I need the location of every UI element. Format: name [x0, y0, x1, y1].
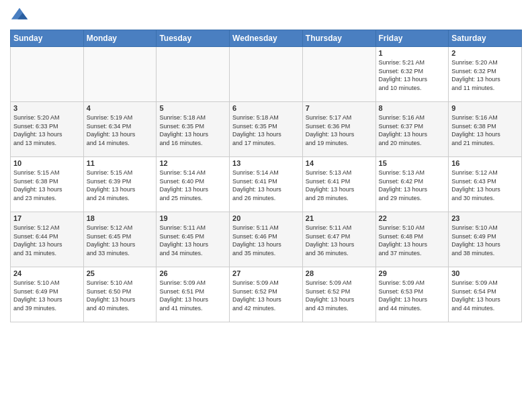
- day-number: 21: [306, 214, 373, 222]
- calendar-cell: 25Sunrise: 5:10 AM Sunset: 6:50 PM Dayli…: [83, 267, 157, 322]
- day-info: Sunrise: 5:12 AM Sunset: 6:45 PM Dayligh…: [87, 224, 154, 257]
- day-info: Sunrise: 5:20 AM Sunset: 6:33 PM Dayligh…: [13, 113, 81, 147]
- day-info: Sunrise: 5:12 AM Sunset: 6:44 PM Dayligh…: [13, 224, 81, 257]
- calendar-cell: 30Sunrise: 5:09 AM Sunset: 6:54 PM Dayli…: [449, 267, 522, 322]
- day-number: 11: [87, 159, 154, 167]
- calendar-cell: 3Sunrise: 5:20 AM Sunset: 6:33 PM Daylig…: [11, 102, 84, 157]
- calendar-cell: 27Sunrise: 5:09 AM Sunset: 6:52 PM Dayli…: [230, 267, 303, 322]
- day-number: 25: [87, 269, 154, 277]
- calendar-week-row: 17Sunrise: 5:12 AM Sunset: 6:44 PM Dayli…: [11, 212, 522, 267]
- calendar-header-tuesday: Tuesday: [157, 30, 230, 47]
- day-number: 27: [232, 269, 300, 277]
- calendar-cell: 24Sunrise: 5:10 AM Sunset: 6:49 PM Dayli…: [11, 267, 84, 322]
- day-info: Sunrise: 5:18 AM Sunset: 6:35 PM Dayligh…: [159, 113, 226, 147]
- day-info: Sunrise: 5:17 AM Sunset: 6:36 PM Dayligh…: [306, 113, 373, 147]
- calendar-cell: 26Sunrise: 5:09 AM Sunset: 6:51 PM Dayli…: [157, 267, 230, 322]
- calendar-cell: 12Sunrise: 5:14 AM Sunset: 6:40 PM Dayli…: [157, 157, 230, 212]
- day-number: 3: [13, 104, 81, 112]
- day-info: Sunrise: 5:19 AM Sunset: 6:34 PM Dayligh…: [87, 113, 154, 147]
- calendar-header-wednesday: Wednesday: [230, 30, 303, 47]
- calendar-cell: 20Sunrise: 5:11 AM Sunset: 6:46 PM Dayli…: [230, 212, 303, 267]
- day-info: Sunrise: 5:10 AM Sunset: 6:50 PM Dayligh…: [87, 279, 154, 312]
- day-info: Sunrise: 5:11 AM Sunset: 6:46 PM Dayligh…: [232, 224, 300, 257]
- day-number: 29: [379, 269, 446, 277]
- calendar-cell: 21Sunrise: 5:11 AM Sunset: 6:47 PM Dayli…: [302, 212, 375, 267]
- day-number: 16: [451, 159, 519, 167]
- day-number: 13: [232, 159, 300, 167]
- calendar-cell: 2Sunrise: 5:20 AM Sunset: 6:32 PM Daylig…: [449, 47, 522, 102]
- calendar-cell: 1Sunrise: 5:21 AM Sunset: 6:32 PM Daylig…: [375, 47, 449, 102]
- calendar-cell: 28Sunrise: 5:09 AM Sunset: 6:52 PM Dayli…: [302, 267, 375, 322]
- day-number: 26: [159, 269, 226, 277]
- day-number: 17: [13, 214, 81, 222]
- day-number: 14: [306, 159, 373, 167]
- day-number: 4: [87, 104, 154, 112]
- day-info: Sunrise: 5:18 AM Sunset: 6:35 PM Dayligh…: [232, 113, 300, 147]
- calendar-cell: [230, 47, 303, 102]
- calendar-cell: 11Sunrise: 5:15 AM Sunset: 6:39 PM Dayli…: [83, 157, 157, 212]
- day-number: 22: [379, 214, 446, 222]
- logo-icon: [10, 7, 29, 26]
- calendar-cell: [302, 47, 375, 102]
- page-container: SundayMondayTuesdayWednesdayThursdayFrid…: [0, 0, 532, 411]
- day-number: 1: [379, 49, 446, 57]
- calendar-week-row: 24Sunrise: 5:10 AM Sunset: 6:49 PM Dayli…: [11, 267, 522, 322]
- day-number: 9: [451, 104, 519, 112]
- calendar-cell: 8Sunrise: 5:16 AM Sunset: 6:37 PM Daylig…: [375, 102, 449, 157]
- day-info: Sunrise: 5:15 AM Sunset: 6:38 PM Dayligh…: [13, 169, 81, 202]
- day-number: 2: [451, 49, 519, 57]
- day-number: 5: [159, 104, 226, 112]
- day-info: Sunrise: 5:13 AM Sunset: 6:42 PM Dayligh…: [379, 169, 446, 202]
- day-number: 8: [379, 104, 446, 112]
- day-info: Sunrise: 5:16 AM Sunset: 6:38 PM Dayligh…: [451, 113, 519, 147]
- calendar-cell: 15Sunrise: 5:13 AM Sunset: 6:42 PM Dayli…: [375, 157, 449, 212]
- calendar-header-thursday: Thursday: [302, 30, 375, 47]
- header: [10, 7, 522, 26]
- calendar-cell: [11, 47, 84, 102]
- day-info: Sunrise: 5:09 AM Sunset: 6:54 PM Dayligh…: [451, 279, 519, 312]
- logo: [10, 7, 32, 26]
- day-info: Sunrise: 5:15 AM Sunset: 6:39 PM Dayligh…: [87, 169, 154, 202]
- day-number: 6: [232, 104, 300, 112]
- calendar-cell: [83, 47, 157, 102]
- calendar-week-row: 1Sunrise: 5:21 AM Sunset: 6:32 PM Daylig…: [11, 47, 522, 102]
- day-number: 12: [159, 159, 226, 167]
- calendar-cell: 17Sunrise: 5:12 AM Sunset: 6:44 PM Dayli…: [11, 212, 84, 267]
- calendar-week-row: 10Sunrise: 5:15 AM Sunset: 6:38 PM Dayli…: [11, 157, 522, 212]
- calendar-cell: 13Sunrise: 5:14 AM Sunset: 6:41 PM Dayli…: [230, 157, 303, 212]
- day-number: 30: [451, 269, 519, 277]
- day-info: Sunrise: 5:12 AM Sunset: 6:43 PM Dayligh…: [451, 169, 519, 202]
- calendar-cell: 6Sunrise: 5:18 AM Sunset: 6:35 PM Daylig…: [230, 102, 303, 157]
- day-info: Sunrise: 5:09 AM Sunset: 6:51 PM Dayligh…: [159, 279, 226, 312]
- day-info: Sunrise: 5:20 AM Sunset: 6:32 PM Dayligh…: [451, 58, 519, 92]
- day-info: Sunrise: 5:09 AM Sunset: 6:52 PM Dayligh…: [232, 279, 300, 312]
- calendar-cell: 10Sunrise: 5:15 AM Sunset: 6:38 PM Dayli…: [11, 157, 84, 212]
- calendar-header-saturday: Saturday: [449, 30, 522, 47]
- day-info: Sunrise: 5:14 AM Sunset: 6:40 PM Dayligh…: [159, 169, 226, 202]
- calendar-cell: 22Sunrise: 5:10 AM Sunset: 6:48 PM Dayli…: [375, 212, 449, 267]
- calendar-cell: 5Sunrise: 5:18 AM Sunset: 6:35 PM Daylig…: [157, 102, 230, 157]
- day-number: 28: [306, 269, 373, 277]
- day-number: 23: [451, 214, 519, 222]
- calendar-cell: 14Sunrise: 5:13 AM Sunset: 6:41 PM Dayli…: [302, 157, 375, 212]
- day-number: 10: [13, 159, 81, 167]
- day-number: 20: [232, 214, 300, 222]
- calendar-cell: [157, 47, 230, 102]
- day-info: Sunrise: 5:14 AM Sunset: 6:41 PM Dayligh…: [232, 169, 300, 202]
- day-number: 7: [306, 104, 373, 112]
- day-number: 15: [379, 159, 446, 167]
- day-info: Sunrise: 5:11 AM Sunset: 6:45 PM Dayligh…: [159, 224, 226, 257]
- day-info: Sunrise: 5:09 AM Sunset: 6:52 PM Dayligh…: [306, 279, 373, 312]
- calendar-cell: 7Sunrise: 5:17 AM Sunset: 6:36 PM Daylig…: [302, 102, 375, 157]
- calendar-header-friday: Friday: [375, 30, 449, 47]
- calendar-cell: 18Sunrise: 5:12 AM Sunset: 6:45 PM Dayli…: [83, 212, 157, 267]
- day-number: 18: [87, 214, 154, 222]
- calendar-header-monday: Monday: [83, 30, 157, 47]
- calendar-cell: 23Sunrise: 5:10 AM Sunset: 6:49 PM Dayli…: [449, 212, 522, 267]
- calendar-header-sunday: Sunday: [11, 30, 84, 47]
- calendar-cell: 16Sunrise: 5:12 AM Sunset: 6:43 PM Dayli…: [449, 157, 522, 212]
- day-info: Sunrise: 5:13 AM Sunset: 6:41 PM Dayligh…: [306, 169, 373, 202]
- calendar-week-row: 3Sunrise: 5:20 AM Sunset: 6:33 PM Daylig…: [11, 102, 522, 157]
- calendar-cell: 29Sunrise: 5:09 AM Sunset: 6:53 PM Dayli…: [375, 267, 449, 322]
- day-info: Sunrise: 5:10 AM Sunset: 6:48 PM Dayligh…: [379, 224, 446, 257]
